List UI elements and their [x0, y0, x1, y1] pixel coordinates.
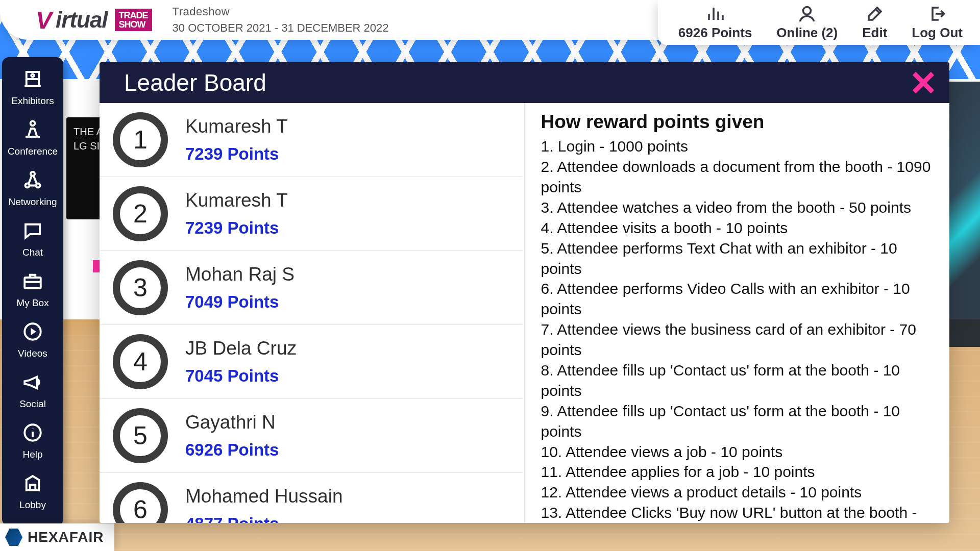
rank-info: Gayathri N 6926 Points [185, 412, 279, 460]
rule-line: 1. Login - 1000 points [541, 136, 932, 157]
podium-icon [22, 119, 43, 143]
rule-line: 5. Attendee performs Text Chat with an e… [541, 238, 932, 279]
leader-name: Mohan Raj S [185, 264, 295, 285]
sidebar-item-help[interactable]: Help [2, 417, 63, 467]
rule-line: 9. Attendee fills up 'Contact us' form a… [541, 401, 932, 442]
svg-point-5 [36, 183, 40, 187]
sidebar-item-networking[interactable]: Networking [2, 164, 63, 215]
leader-points: 4877 Points [185, 514, 342, 523]
chat-icon [22, 220, 43, 244]
close-button[interactable] [910, 69, 937, 96]
rank-badge: 1 [113, 112, 168, 167]
footer-brand[interactable]: HEXAFAIR [0, 523, 114, 551]
rank-badge: 6 [113, 482, 168, 523]
lobby-icon [22, 472, 43, 496]
leader-points: 7239 Points [185, 218, 288, 238]
leaderboard-modal: Leader Board 1 Kumaresh T 7239 Points 2 … [100, 62, 949, 523]
sidebar-item-label: Social [19, 398, 46, 410]
network-icon [22, 169, 43, 193]
leader-row: 2 Kumaresh T 7239 Points [100, 177, 522, 251]
logout-icon [928, 5, 946, 23]
rule-line: 13. Attendee Clicks 'Buy now URL' button… [541, 503, 932, 523]
sidebar-item-my-box[interactable]: My Box [2, 265, 63, 316]
brand-word: irtual [56, 7, 108, 33]
edit-label: Edit [862, 25, 887, 41]
svg-point-4 [25, 183, 29, 187]
online-label: Online (2) [776, 25, 838, 41]
hex-logo-icon [5, 528, 22, 547]
sidebar-item-label: Videos [18, 348, 47, 359]
brand-badge: TRADE SHOW [115, 9, 152, 31]
rank-info: Mohamed Hussain 4877 Points [185, 486, 342, 523]
rank-badge: 4 [113, 334, 168, 389]
brand-logo: Virtual TRADE SHOW [36, 6, 152, 34]
modal-body: 1 Kumaresh T 7239 Points 2 Kumaresh T 72… [100, 103, 949, 523]
event-title: Tradeshow [173, 5, 389, 18]
svg-point-6 [31, 172, 35, 176]
online-button[interactable]: Online (2) [776, 5, 838, 41]
leader-name: Gayathri N [185, 412, 279, 433]
sidebar-item-label: Exhibitors [11, 95, 54, 107]
sidebar-item-videos[interactable]: Videos [2, 316, 63, 366]
bar-chart-icon [706, 5, 724, 23]
rule-line: 6. Attendee performs Video Calls with an… [541, 279, 932, 319]
leader-row: 3 Mohan Raj S 7049 Points [100, 251, 522, 325]
sidebar-item-exhibitors[interactable]: Exhibitors [2, 63, 63, 114]
leader-name: Kumaresh T [185, 190, 288, 211]
rule-line: 8. Attendee fills up 'Contact us' form a… [541, 360, 932, 401]
rule-line: 12. Attendee views a product details - 1… [541, 482, 932, 503]
edit-button[interactable]: Edit [862, 5, 887, 41]
top-actions: 6926 Points Online (2) Edit Log Out [658, 0, 980, 45]
sidebar-item-conference[interactable]: Conference [2, 114, 63, 164]
svg-point-3 [31, 121, 35, 126]
rule-line: 2. Attendee downloads a document from th… [541, 157, 932, 197]
booth-icon [22, 68, 43, 92]
leader-name: JB Dela Cruz [185, 338, 297, 359]
rank-info: JB Dela Cruz 7045 Points [185, 338, 297, 386]
leader-list[interactable]: 1 Kumaresh T 7239 Points 2 Kumaresh T 72… [100, 103, 525, 523]
megaphone-icon [22, 371, 43, 395]
play-icon [22, 321, 43, 345]
left-sidebar: Exhibitors Conference Networking Chat My… [2, 57, 63, 526]
right-exhibit-graphic [949, 82, 980, 347]
leader-points: 6926 Points [185, 440, 279, 460]
rule-line: 3. Attendee watches a video from the boo… [541, 197, 932, 218]
brand-badge-bot: SHOW [119, 20, 148, 29]
rank-badge: 3 [113, 260, 168, 315]
leader-row: 4 JB Dela Cruz 7045 Points [100, 325, 522, 399]
rule-line: 7. Attendee views the business card of a… [541, 319, 932, 360]
info-icon [22, 422, 43, 446]
user-icon [798, 5, 816, 23]
points-label: 6926 Points [678, 25, 752, 41]
logout-button[interactable]: Log Out [912, 5, 963, 41]
brand-badge-top: TRADE [119, 11, 148, 20]
modal-title: Leader Board [124, 69, 266, 96]
svg-point-0 [803, 7, 811, 14]
leader-row: 1 Kumaresh T 7239 Points [100, 103, 522, 177]
rule-line: 11. Attendee applies for a job - 10 poin… [541, 462, 932, 482]
svg-rect-1 [27, 72, 39, 79]
sidebar-item-label: My Box [16, 297, 48, 309]
rules-panel[interactable]: How reward points given 1. Login - 1000 … [525, 103, 950, 523]
rules-title: How reward points given [541, 109, 932, 134]
rank-badge: 2 [113, 186, 168, 241]
sidebar-item-label: Conference [8, 146, 58, 157]
modal-header: Leader Board [100, 62, 949, 103]
sidebar-item-lobby[interactable]: Lobby [2, 467, 63, 518]
leader-name: Kumaresh T [185, 116, 288, 137]
sidebar-item-chat[interactable]: Chat [2, 215, 63, 265]
logout-label: Log Out [912, 25, 963, 41]
sidebar-item-social[interactable]: Social [2, 366, 63, 417]
leader-points: 7045 Points [185, 366, 297, 386]
rank-badge: 5 [113, 408, 168, 463]
sidebar-item-label: Lobby [19, 499, 46, 511]
leader-points: 7239 Points [185, 144, 288, 164]
footer-brand-text: HEXAFAIR [28, 529, 104, 545]
sidebar-item-label: Networking [8, 196, 57, 208]
close-icon [910, 69, 937, 96]
leader-points: 7049 Points [185, 292, 295, 312]
event-dates: 30 OCTOBER 2021 - 31 DECEMBER 2022 [173, 21, 389, 35]
points-button[interactable]: 6926 Points [678, 5, 752, 41]
sidebar-item-label: Chat [22, 247, 43, 258]
leader-row: 6 Mohamed Hussain 4877 Points [100, 473, 522, 523]
